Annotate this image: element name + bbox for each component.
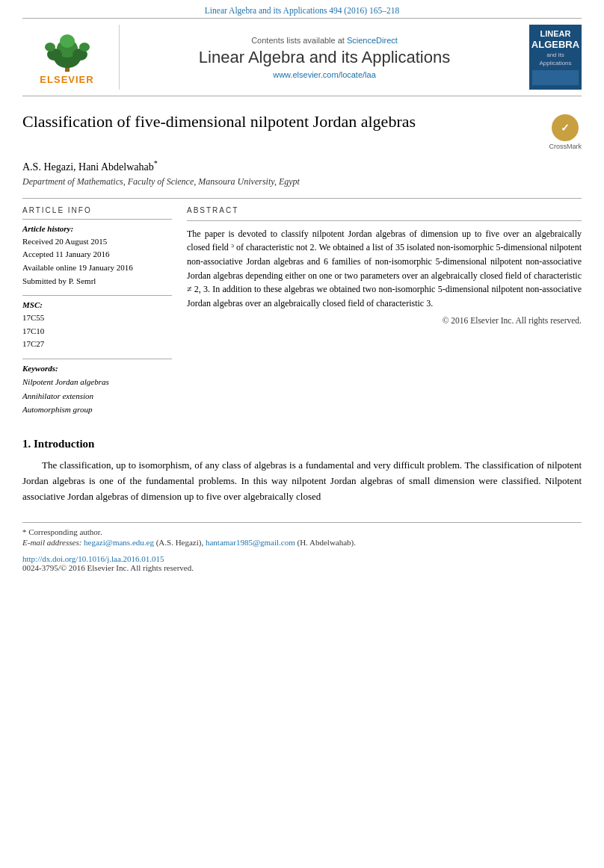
badge-decoration bbox=[532, 70, 579, 85]
article-info-column: ARTICLE INFO Article history: Received 2… bbox=[22, 206, 172, 417]
main-content: Classification of five-dimensional nilpo… bbox=[22, 96, 582, 504]
elsevier-brand-text: ELSEVIER bbox=[40, 74, 93, 85]
msc3-line: 17C27 bbox=[22, 338, 172, 351]
accepted-line: Accepted 11 January 2016 bbox=[22, 248, 172, 261]
paper-title: Classification of five-dimensional nilpo… bbox=[22, 111, 549, 133]
submitted-line: Submitted by P. Semrl bbox=[22, 275, 172, 288]
msc-label: MSC: bbox=[22, 300, 172, 309]
abstract-column: ABSTRACT The paper is devoted to classif… bbox=[187, 206, 582, 417]
msc-box: MSC: 17C55 17C10 17C27 bbox=[22, 295, 172, 351]
corresponding-marker: * bbox=[154, 159, 158, 167]
journal-link-bar: Linear Algebra and its Applications 494 … bbox=[0, 0, 604, 18]
abstract-header: ABSTRACT bbox=[187, 206, 582, 214]
crossmark-badge[interactable]: ✓ CrossMark bbox=[549, 114, 582, 150]
intro-paragraph: The classification, up to isomorphism, o… bbox=[22, 458, 582, 504]
abstract-text: The paper is devoted to classify nilpote… bbox=[187, 227, 582, 311]
introduction-section: 1. Introduction The classification, up t… bbox=[22, 438, 582, 504]
abstract-divider bbox=[187, 220, 582, 221]
svg-text:✓: ✓ bbox=[561, 122, 570, 134]
email1-link[interactable]: hegazi@mans.edu.eg bbox=[84, 538, 154, 547]
available-line: Available online 19 January 2016 bbox=[22, 261, 172, 275]
elsevier-logo: ELSEVIER bbox=[22, 25, 120, 90]
keywords-box: Keywords: Nilpotent Jordan algebras Anni… bbox=[22, 359, 172, 417]
msc1-line: 17C55 bbox=[22, 311, 172, 325]
email2-link[interactable]: hantamar1985@gmail.com bbox=[206, 538, 295, 547]
affiliation-text: Department of Mathematics, Faculty of Sc… bbox=[22, 176, 582, 187]
authors-line: A.S. Hegazi, Hani Abdelwahab* bbox=[22, 159, 582, 173]
journal-badge: LINEAR ALGEBRA and its Applications bbox=[529, 25, 582, 90]
journal-url: www.elsevier.com/locate/laa bbox=[273, 70, 376, 79]
header-banner: ELSEVIER Contents lists available at Sci… bbox=[22, 18, 582, 96]
svg-point-7 bbox=[79, 43, 90, 52]
section-title: 1. Introduction bbox=[22, 438, 582, 450]
sciencedirect-link[interactable]: ScienceDirect bbox=[347, 36, 398, 45]
section-divider bbox=[22, 198, 582, 199]
authors-text: A.S. Hegazi, Hani Abdelwahab bbox=[22, 161, 154, 173]
kw1-item: Nilpotent Jordan algebras bbox=[22, 375, 172, 389]
badge-line2: ALGEBRA bbox=[531, 39, 579, 51]
email1-name: (A.S. Hegazi), bbox=[156, 538, 204, 547]
kw3-item: Automorphism group bbox=[22, 403, 172, 417]
history-label: Article history: bbox=[22, 224, 172, 233]
crossmark-svg-icon: ✓ bbox=[556, 119, 574, 137]
svg-point-3 bbox=[60, 34, 75, 48]
badge-line1: LINEAR bbox=[540, 29, 571, 39]
svg-point-6 bbox=[45, 43, 55, 52]
footnote-star: * Corresponding author. bbox=[22, 527, 582, 536]
badge-line4: Applications bbox=[539, 59, 571, 67]
copyright-text: © 2016 Elsevier Inc. All rights reserved… bbox=[187, 316, 582, 325]
journal-main-title: Linear Algebra and its Applications bbox=[199, 48, 450, 67]
doi-line: http://dx.doi.org/10.1016/j.laa.2016.01.… bbox=[22, 554, 582, 563]
elsevier-tree-icon bbox=[34, 29, 101, 72]
paper-title-row: Classification of five-dimensional nilpo… bbox=[22, 111, 582, 150]
two-column-layout: ARTICLE INFO Article history: Received 2… bbox=[22, 206, 582, 417]
email2-name: (H. Abdelwahab). bbox=[298, 538, 357, 547]
email-line: E-mail addresses: hegazi@mans.edu.eg (A.… bbox=[22, 538, 582, 547]
msc2-line: 17C10 bbox=[22, 325, 172, 338]
section-title-text: Introduction bbox=[34, 438, 94, 450]
issn-line: 0024-3795/© 2016 Elsevier Inc. All right… bbox=[22, 563, 582, 572]
email-label: E-mail addresses: bbox=[22, 538, 81, 547]
doi-link[interactable]: http://dx.doi.org/10.1016/j.laa.2016.01.… bbox=[22, 554, 164, 563]
footer-area: * Corresponding author. E-mail addresses… bbox=[22, 522, 582, 572]
crossmark-label: CrossMark bbox=[549, 143, 582, 150]
badge-line3: and its bbox=[546, 51, 564, 59]
article-history-box: Article history: Received 20 August 2015… bbox=[22, 219, 172, 288]
crossmark-icon: ✓ bbox=[552, 114, 579, 141]
keywords-label: Keywords: bbox=[22, 364, 172, 373]
contents-available-text: Contents lists available at ScienceDirec… bbox=[251, 36, 398, 45]
journal-title-area: Contents lists available at ScienceDirec… bbox=[120, 25, 529, 90]
kw2-item: Annihilator extension bbox=[22, 389, 172, 403]
journal-link[interactable]: Linear Algebra and its Applications 494 … bbox=[205, 6, 399, 15]
received-line: Received 20 August 2015 bbox=[22, 235, 172, 249]
section-number: 1. bbox=[22, 438, 31, 450]
article-info-header: ARTICLE INFO bbox=[22, 206, 172, 214]
